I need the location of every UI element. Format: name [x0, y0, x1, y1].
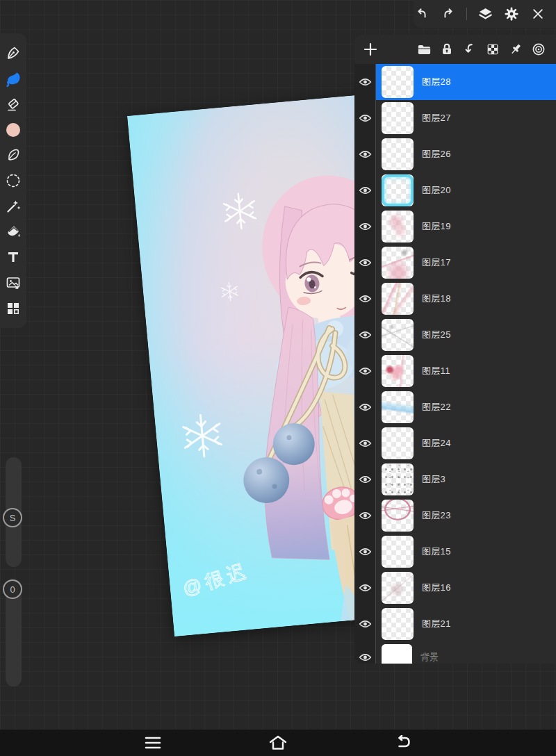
layer-row[interactable]: 图层26	[354, 136, 556, 172]
layer-row-main[interactable]: 图层25	[376, 317, 556, 353]
layer-pin-button[interactable]	[507, 40, 525, 58]
layer-visibility-toggle[interactable]	[354, 498, 376, 534]
layer-name: 图层21	[422, 618, 451, 630]
layer-visibility-toggle[interactable]	[354, 425, 376, 461]
layer-row[interactable]: 图层24	[354, 425, 556, 461]
checkerboard-icon	[485, 42, 500, 57]
layer-visibility-toggle[interactable]	[354, 208, 376, 245]
layer-row[interactable]: 图层16	[354, 570, 556, 606]
merge-down-icon	[462, 42, 477, 57]
layer-row-main[interactable]: 图层28	[376, 64, 556, 100]
eye-icon	[359, 77, 372, 87]
tool-leaf[interactable]	[4, 146, 22, 164]
layer-visibility-toggle[interactable]	[354, 136, 376, 172]
layer-target-button[interactable]	[530, 40, 548, 58]
add-layer-button[interactable]	[361, 40, 379, 58]
layers-button[interactable]	[477, 6, 493, 22]
layer-row[interactable]: 图层11	[354, 353, 556, 389]
settings-button[interactable]	[503, 6, 520, 22]
layer-row-main[interactable]: 图层17	[376, 245, 556, 281]
layer-row[interactable]: 图层22	[354, 389, 556, 425]
pin-icon	[508, 42, 523, 57]
brush-opacity-handle[interactable]: 0	[3, 580, 22, 599]
layer-merge-down-button[interactable]	[461, 40, 479, 58]
layer-thumbnail-content	[382, 355, 414, 387]
layer-visibility-toggle[interactable]	[354, 606, 376, 642]
top-toolbar	[414, 0, 556, 28]
layer-row-main[interactable]: 图层18	[376, 281, 556, 317]
layer-row[interactable]: 图层15	[354, 534, 556, 570]
layer-row-main[interactable]: 图层20	[376, 172, 556, 208]
layer-row[interactable]: 图层28	[354, 64, 556, 100]
undo-icon	[414, 6, 430, 22]
undo-button[interactable]	[414, 6, 430, 22]
layer-visibility-toggle[interactable]	[354, 389, 376, 425]
layer-row[interactable]: 图层25	[354, 317, 556, 353]
image-import-icon	[5, 274, 22, 291]
layer-row[interactable]: 图层20	[354, 172, 556, 208]
layer-thumbnail-content	[382, 500, 414, 532]
layer-thumbnail-content	[382, 572, 414, 604]
tool-layout[interactable]	[4, 299, 22, 318]
layer-row-main[interactable]: 图层23	[376, 498, 556, 534]
nav-back-button[interactable]	[389, 731, 417, 755]
redo-button[interactable]	[440, 6, 457, 22]
layer-visibility-toggle[interactable]	[354, 281, 376, 317]
tool-image[interactable]	[4, 274, 22, 292]
layer-row-main[interactable]: 图层15	[376, 534, 556, 570]
tool-color-swatch[interactable]	[4, 121, 22, 139]
close-button[interactable]	[530, 6, 546, 22]
layer-visibility-toggle[interactable]	[354, 353, 376, 389]
nav-home-button[interactable]	[264, 731, 292, 755]
layer-visibility-toggle[interactable]	[354, 245, 376, 281]
layer-visibility-toggle[interactable]	[354, 461, 376, 498]
layer-visibility-toggle[interactable]	[354, 100, 376, 136]
layers-header	[354, 35, 556, 64]
tool-fill[interactable]	[4, 222, 22, 240]
layer-row-main[interactable]: 图层24	[376, 425, 556, 461]
layer-row[interactable]: 图层27	[354, 100, 556, 136]
layer-visibility-toggle[interactable]	[354, 570, 376, 606]
layer-row[interactable]: 背景	[354, 642, 556, 664]
tool-pen[interactable]	[4, 44, 22, 62]
layer-row[interactable]: 图层21	[354, 606, 556, 642]
layer-row-main[interactable]: 图层19	[376, 208, 556, 245]
layer-row-main[interactable]: 背景	[376, 642, 556, 664]
layer-name: 图层20	[422, 184, 451, 197]
layer-visibility-toggle[interactable]	[354, 642, 376, 664]
layer-thumbnail-content	[382, 211, 414, 243]
layer-row[interactable]: 图层17	[354, 245, 556, 281]
tool-panel	[0, 33, 26, 328]
tool-text[interactable]	[4, 248, 22, 266]
tool-eraser[interactable]	[4, 95, 22, 113]
layer-row[interactable]: 图层23	[354, 498, 556, 534]
layer-visibility-toggle[interactable]	[354, 172, 376, 208]
layer-thumbnail	[382, 391, 414, 423]
layer-row[interactable]: 图层3	[354, 461, 556, 498]
eye-icon	[359, 402, 372, 412]
layer-row-main[interactable]: 图层3	[376, 461, 556, 498]
layer-row-main[interactable]: 图层21	[376, 606, 556, 642]
layer-row-main[interactable]: 图层11	[376, 353, 556, 389]
layers-icon	[477, 6, 493, 22]
eye-icon	[359, 186, 372, 195]
layer-checkerboard-button[interactable]	[484, 40, 502, 58]
layer-folder-button[interactable]	[415, 40, 433, 58]
layer-visibility-toggle[interactable]	[354, 64, 376, 100]
layer-thumbnail	[382, 427, 414, 459]
layer-row[interactable]: 图层19	[354, 208, 556, 245]
layer-row[interactable]: 图层18	[354, 281, 556, 317]
layer-visibility-toggle[interactable]	[354, 317, 376, 353]
tool-magic-wand[interactable]	[4, 197, 22, 215]
tool-brush[interactable]	[4, 69, 22, 88]
layer-row-main[interactable]: 图层26	[376, 136, 556, 172]
layer-thumbnail	[382, 572, 414, 604]
brush-size-handle[interactable]: S	[3, 508, 22, 527]
layer-row-main[interactable]: 图层22	[376, 389, 556, 425]
nav-menu-button[interactable]	[139, 731, 167, 755]
tool-lasso[interactable]	[4, 172, 22, 190]
layer-row-main[interactable]: 图层16	[376, 570, 556, 606]
layer-lock-button[interactable]	[438, 40, 456, 58]
layer-row-main[interactable]: 图层27	[376, 100, 556, 136]
layer-visibility-toggle[interactable]	[354, 534, 376, 570]
